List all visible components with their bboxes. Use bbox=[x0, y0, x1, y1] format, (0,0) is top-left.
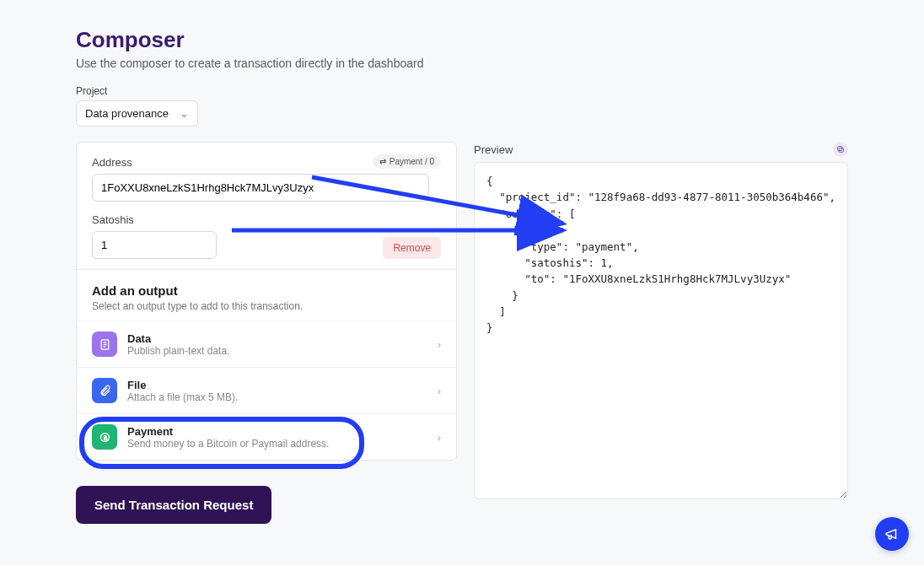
output-data-desc: Publish plain-text data. bbox=[127, 345, 229, 357]
output-type-badge: ⇄ Payment / 0 bbox=[373, 154, 441, 169]
announcement-fab[interactable] bbox=[875, 517, 909, 551]
svg-rect-5 bbox=[839, 148, 843, 152]
output-payment-title: Payment bbox=[127, 425, 329, 438]
output-file-title: File bbox=[127, 379, 238, 391]
output-option-file[interactable]: File Attach a file (max 5 MB). › bbox=[77, 367, 456, 413]
megaphone-icon bbox=[884, 526, 900, 542]
chevron-down-icon: ⌄ bbox=[180, 107, 189, 120]
remove-button[interactable]: Remove bbox=[383, 237, 441, 259]
add-output-subtitle: Select an output type to add to this tra… bbox=[92, 300, 441, 312]
page-subtitle: Use the composer to create a transaction… bbox=[76, 57, 848, 70]
output-option-data[interactable]: Data Publish plain-text data. › bbox=[77, 321, 456, 367]
svg-rect-6 bbox=[838, 147, 842, 151]
link-icon: ⇄ bbox=[379, 157, 386, 166]
output-data-title: Data bbox=[127, 332, 229, 345]
output-payment-desc: Send money to a Bitcoin or Paymail addre… bbox=[127, 438, 329, 450]
chevron-right-icon: › bbox=[438, 385, 441, 397]
chevron-right-icon: › bbox=[438, 338, 441, 351]
output-file-desc: Attach a file (max 5 MB). bbox=[127, 391, 238, 403]
preview-json[interactable]: { "project_id": "128f9a68-dd93-4877-8011… bbox=[474, 162, 848, 499]
copy-icon[interactable] bbox=[833, 142, 848, 157]
badge-text: Payment / 0 bbox=[389, 157, 434, 166]
coin-icon bbox=[92, 424, 117, 450]
satoshis-input[interactable] bbox=[92, 231, 217, 259]
satoshis-label: Satoshis bbox=[92, 213, 441, 226]
paperclip-icon bbox=[92, 378, 117, 403]
project-label: Project bbox=[76, 85, 848, 97]
output-option-payment[interactable]: Payment Send money to a Bitcoin or Payma… bbox=[77, 413, 456, 460]
document-icon bbox=[92, 332, 117, 357]
add-output-title: Add an output bbox=[92, 283, 441, 298]
send-transaction-button[interactable]: Send Transaction Request bbox=[76, 486, 271, 524]
address-input[interactable] bbox=[92, 174, 429, 202]
chevron-right-icon: › bbox=[438, 431, 441, 444]
project-select[interactable]: Data provenance ⌄ bbox=[76, 100, 198, 127]
preview-label: Preview bbox=[474, 143, 513, 156]
page-title: Composer bbox=[76, 27, 848, 53]
project-selected-value: Data provenance bbox=[85, 107, 169, 120]
